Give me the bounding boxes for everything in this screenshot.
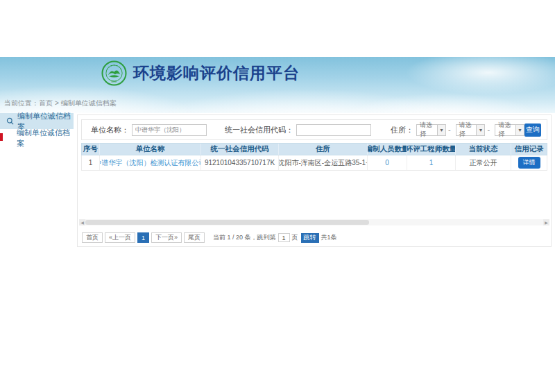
select-separator: - [448, 126, 451, 134]
jump-page-input[interactable] [278, 233, 290, 242]
unit-name-label: 单位名称： [91, 125, 129, 135]
breadcrumb-home-link[interactable]: 首页 [39, 99, 53, 107]
col-header-status: 当前状态 [456, 144, 511, 155]
pagination-info-suffix: 页 [292, 233, 298, 242]
col-header-index: 序号 [82, 144, 100, 155]
company-name-link[interactable]: 中谱华宇（沈阳）检测认证有限公司 [100, 158, 201, 168]
results-table: 序号 单位名称 统一社会信用代码 住所 编制人员数量 环评工程师数量 当前状态 … [81, 143, 547, 171]
search-button[interactable]: 查询 [524, 123, 541, 137]
sidebar-item-archive[interactable]: 编制单位诚信档案 [0, 129, 74, 146]
status-text: 正常公开 [456, 155, 511, 170]
selected-marker [0, 133, 3, 141]
scroll-right-icon[interactable]: ▶ [543, 219, 549, 225]
col-header-engineer: 环评工程师数量 [407, 144, 456, 155]
logo-mee-text: MEE [111, 80, 117, 83]
table-header-row: 序号 单位名称 统一社会信用代码 住所 编制人员数量 环评工程师数量 当前状态 … [81, 143, 547, 155]
city-select-value: 请选择 [456, 121, 477, 139]
breadcrumb-prefix: 当前位置： [4, 99, 39, 107]
chevron-down-icon[interactable]: ▼ [437, 125, 445, 135]
sidebar: 编制单位诚信档案 编制单位诚信档案 [0, 113, 74, 146]
next-page-button[interactable]: 下一页» [151, 232, 182, 243]
prev-page-button[interactable]: «上一页 [105, 232, 135, 243]
last-page-button[interactable]: 尾页 [184, 232, 205, 243]
page-1-button[interactable]: 1 [137, 232, 149, 243]
pagination-info: 当前 1 / 20 条，跳到第 [213, 233, 276, 242]
credit-code-label: 统一社会信用代码： [225, 125, 293, 135]
breadcrumb-current: 编制单位诚信档案 [61, 99, 117, 107]
chevron-down-icon[interactable]: ▼ [515, 125, 524, 135]
search-form: 单位名称： 统一社会信用代码： 住所： 请选择 ▼ - 请选择 ▼ - 请选择 … [81, 119, 547, 140]
search-icon [6, 117, 14, 125]
first-page-button[interactable]: 首页 [82, 232, 103, 243]
detail-button[interactable]: 详情 [518, 157, 540, 169]
total-count: 共1条 [321, 233, 337, 242]
table-row: 1 中谱华宇（沈阳）检测认证有限公司 91210104335710717K 辽宁… [81, 155, 547, 171]
address-city-select[interactable]: 请选择 ▼ [456, 124, 486, 136]
horizontal-scrollbar[interactable]: ◀ ▶ [79, 219, 549, 225]
district-select-value: 请选择 [495, 121, 515, 139]
province-select-value: 请选择 [417, 121, 437, 139]
page-title: 环境影响评价信用平台 [133, 62, 300, 84]
scrollbar-thumb[interactable] [85, 220, 369, 225]
col-header-code: 统一社会信用代码 [201, 144, 279, 155]
sidebar-item-label: 编制单位诚信档案 [17, 128, 74, 148]
col-header-address: 住所 [279, 144, 368, 155]
chevron-down-icon[interactable]: ▼ [476, 125, 484, 135]
engineer-count-link[interactable]: 1 [429, 159, 434, 167]
breadcrumb-separator: > [55, 99, 59, 107]
page: MEE 环境影响评价信用平台 当前位置：首页>编制单位诚信档案 编制单位诚信档案… [0, 0, 555, 392]
address-label: 住所： [391, 125, 413, 135]
pagination: 首页 «上一页 1 下一页» 尾页 当前 1 / 20 条，跳到第 页 跳转 共… [82, 232, 337, 243]
staff-count-link[interactable]: 0 [385, 159, 389, 167]
col-header-name: 单位名称 [100, 144, 201, 155]
select-separator: - [487, 126, 490, 134]
jump-button[interactable]: 跳转 [301, 233, 319, 243]
address-province-select[interactable]: 请选择 ▼ [416, 124, 446, 136]
unit-name-input[interactable] [132, 124, 207, 136]
breadcrumb: 当前位置：首页>编制单位诚信档案 [4, 99, 117, 108]
brand: MEE 环境影响评价信用平台 [101, 60, 300, 86]
address-value: 辽宁省-沈阳市-浑南区-全运五路35-1号楼902 [279, 155, 368, 170]
credit-code-value: 91210104335710717K [201, 155, 279, 170]
address-district-select[interactable]: 请选择 ▼ [495, 124, 524, 136]
header-banner: MEE 环境影响评价信用平台 当前位置：首页>编制单位诚信档案 [0, 57, 555, 113]
col-header-staff: 编制人员数量 [368, 144, 407, 155]
credit-code-input[interactable] [296, 124, 371, 136]
col-header-record: 信用记录 [511, 144, 547, 155]
scrollbar-track[interactable] [85, 219, 543, 225]
scroll-left-icon[interactable]: ◀ [79, 219, 85, 225]
row-index: 1 [82, 155, 100, 170]
mee-logo-icon: MEE [101, 60, 127, 86]
main-panel: 单位名称： 统一社会信用代码： 住所： 请选择 ▼ - 请选择 ▼ - 请选择 … [77, 114, 552, 247]
